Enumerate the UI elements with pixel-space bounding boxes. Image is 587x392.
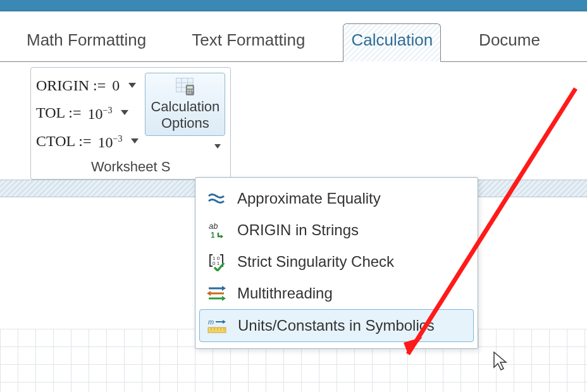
approx-equal-icon: [206, 189, 227, 208]
menu-approximate-equality[interactable]: Approximate Equality: [199, 183, 474, 214]
menu-label: Strict Singularity Check: [237, 253, 394, 271]
svg-rect-25: [208, 328, 226, 333]
tab-strip: Math Formatting Text Formatting Calculat…: [0, 11, 587, 62]
strict-singularity-icon: 1 0 0 1: [206, 252, 227, 271]
tab-math-formatting[interactable]: Math Formatting: [19, 24, 154, 61]
svg-rect-6: [187, 86, 193, 89]
svg-text:ab: ab: [209, 221, 218, 231]
menu-multithreading[interactable]: Multithreading: [199, 278, 474, 309]
ctol-value: 10−3: [98, 126, 123, 155]
svg-marker-21: [222, 296, 226, 301]
calculator-grid-icon: [175, 77, 196, 96]
multithreading-icon: [206, 284, 227, 303]
title-bar: [0, 0, 587, 11]
calc-options-label-2: Options: [151, 115, 219, 132]
origin-setting[interactable]: ORIGIN := 0: [36, 73, 139, 98]
tab-document[interactable]: Docume: [471, 24, 548, 61]
chevron-down-icon[interactable]: [121, 110, 128, 115]
tab-calculation[interactable]: Calculation: [343, 23, 441, 62]
menu-label: Multithreading: [237, 285, 333, 302]
chevron-down-icon[interactable]: [128, 83, 136, 88]
menu-label: Approximate Equality: [237, 190, 381, 207]
menu-label: ORIGIN in Strings: [237, 221, 359, 239]
svg-text:0 1: 0 1: [213, 260, 220, 266]
svg-rect-9: [192, 90, 193, 91]
svg-text:1: 1: [211, 231, 215, 239]
units-constants-icon: m: [206, 316, 228, 335]
svg-rect-7: [187, 90, 188, 91]
menu-label: Units/Constants in Symbolics: [238, 317, 435, 334]
calculation-options-menu: Approximate Equality ab 1 ORIGIN in Stri…: [195, 177, 478, 349]
origin-strings-icon: ab 1: [206, 221, 227, 240]
svg-marker-17: [222, 286, 226, 291]
ctol-setting[interactable]: CTOL := 10−3: [36, 126, 139, 155]
calculation-options-button[interactable]: Calculation Options: [145, 73, 225, 136]
tab-text-formatting[interactable]: Text Formatting: [184, 24, 312, 61]
svg-rect-11: [190, 92, 191, 94]
menu-units-constants-symbolics[interactable]: m Units/Constants in Symbolics: [199, 309, 474, 342]
ctol-label: CTOL :=: [36, 128, 92, 154]
chevron-down-icon[interactable]: [214, 144, 221, 149]
tol-value: 10−3: [88, 98, 113, 126]
svg-marker-24: [223, 320, 226, 324]
tol-setting[interactable]: TOL := 10−3: [36, 98, 139, 126]
group-label: Worksheet S: [36, 155, 225, 179]
origin-value: 0: [112, 73, 120, 98]
origin-label: ORIGIN :=: [36, 73, 106, 98]
svg-text:m: m: [208, 318, 214, 326]
chevron-down-icon[interactable]: [131, 138, 139, 144]
menu-origin-in-strings[interactable]: ab 1 ORIGIN in Strings: [199, 214, 474, 246]
calc-options-label-1: Calculation: [151, 99, 219, 115]
svg-rect-8: [190, 90, 191, 91]
svg-marker-19: [207, 291, 211, 296]
ribbon: ORIGIN := 0 TOL := 10−3 CTOL := 10−3: [0, 62, 587, 180]
svg-rect-10: [187, 92, 188, 94]
tol-label: TOL :=: [36, 100, 82, 125]
menu-strict-singularity[interactable]: 1 0 0 1 Strict Singularity Check: [199, 246, 474, 278]
worksheet-settings-group: ORIGIN := 0 TOL := 10−3 CTOL := 10−3: [30, 67, 231, 180]
